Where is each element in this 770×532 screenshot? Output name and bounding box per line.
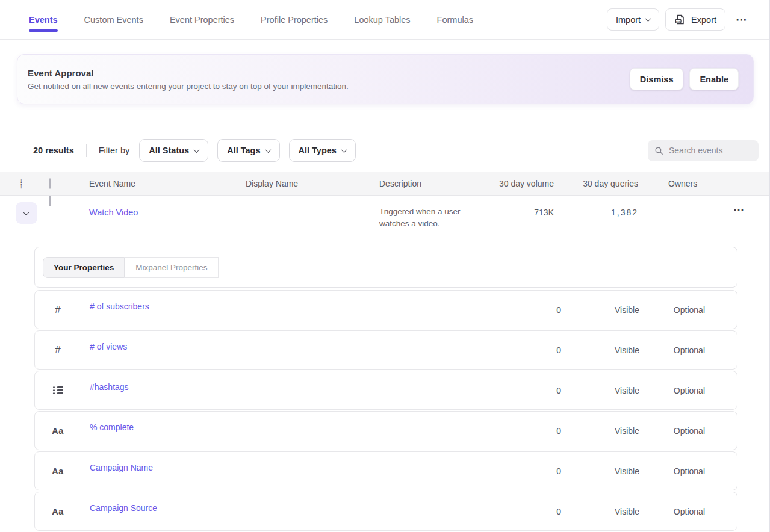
property-name-link[interactable]: # of subscribers xyxy=(65,302,149,311)
chevron-down-icon xyxy=(194,147,200,153)
property-values: 0 Visible Optional xyxy=(525,345,737,355)
collapse-all-icon[interactable]: ↓ ↑ xyxy=(19,178,23,189)
column-header-owners: Owners xyxy=(668,179,704,188)
property-visibility: Visible xyxy=(561,466,639,476)
property-name-link[interactable]: % complete xyxy=(65,422,134,432)
nav-tab[interactable]: Event Properties xyxy=(170,0,234,39)
property-name-link[interactable]: #hashtags xyxy=(65,382,129,392)
properties-tab[interactable]: Mixpanel Properties xyxy=(125,257,218,278)
column-header-30-day-volume: 30 day volume xyxy=(494,179,554,188)
property-row: Campaign Name 0 Visible Optional xyxy=(34,451,737,490)
event-approval-banner: Event Approval Get notified on all new e… xyxy=(17,54,754,104)
property-requirement: Optional xyxy=(639,466,705,476)
search-box[interactable] xyxy=(648,140,759,161)
property-type-icon xyxy=(51,389,65,391)
property-requirement: Optional xyxy=(639,305,705,315)
event-description: Triggered when a user watches a video. xyxy=(379,206,476,230)
search-icon xyxy=(654,146,664,156)
property-count: 0 xyxy=(525,426,561,436)
event-30-day-volume: 713K xyxy=(494,208,554,217)
search-input[interactable] xyxy=(669,146,747,155)
chevron-down-icon xyxy=(265,147,271,153)
nav-tab[interactable]: Lookup Tables xyxy=(354,0,410,39)
chevron-down-icon xyxy=(23,209,29,215)
filter-by-label: Filter by xyxy=(99,146,130,155)
divider xyxy=(86,144,87,157)
lexicon-page: Events Custom Events Event Properties Pr… xyxy=(0,0,770,532)
property-type-icon xyxy=(51,344,65,356)
property-count: 0 xyxy=(525,345,561,355)
nav-tab[interactable]: Events xyxy=(29,0,58,39)
property-count: 0 xyxy=(525,305,561,315)
chevron-down-icon xyxy=(341,147,347,153)
property-name-link[interactable]: # of views xyxy=(65,342,127,351)
property-type-icon xyxy=(51,507,65,516)
filter-dropdown[interactable]: All Tags xyxy=(217,139,279,162)
select-all-checkbox[interactable] xyxy=(49,178,51,189)
csv-file-icon: csv xyxy=(674,14,686,25)
banner-description: Get notified on all new events entering … xyxy=(28,82,349,91)
property-requirement: Optional xyxy=(639,426,705,436)
property-row: % complete 0 Visible Optional xyxy=(34,411,737,450)
banner-text: Event Approval Get notified on all new e… xyxy=(28,68,349,91)
arrow-up-icon: ↑ xyxy=(19,184,23,189)
nav-actions: Import csv Export ⋯ xyxy=(607,0,752,39)
enable-button[interactable]: Enable xyxy=(689,68,739,90)
event-30-day-queries: 1,382 xyxy=(554,208,638,217)
property-requirement: Optional xyxy=(639,386,705,395)
property-values: 0 Visible Optional xyxy=(525,426,737,436)
property-visibility: Visible xyxy=(561,305,639,315)
filter-dropdown-label: All Status xyxy=(149,146,189,155)
filter-dropdown[interactable]: All Types xyxy=(289,139,356,162)
column-header-event-name: Event Name xyxy=(89,179,246,188)
properties-tabs-card: Your Properties Mixpanel Properties xyxy=(34,247,737,288)
property-values: 0 Visible Optional xyxy=(525,386,737,395)
filter-dropdown-label: All Tags xyxy=(227,146,260,155)
dismiss-button[interactable]: Dismiss xyxy=(630,68,684,90)
row-checkbox[interactable] xyxy=(49,196,51,206)
nav-tab[interactable]: Profile Properties xyxy=(261,0,328,39)
expand-row-button[interactable] xyxy=(16,202,37,224)
property-visibility: Visible xyxy=(561,426,639,436)
property-values: 0 Visible Optional xyxy=(525,305,737,315)
column-header-30-day-queries: 30 day queries xyxy=(554,179,638,188)
property-requirement: Optional xyxy=(639,345,705,355)
more-options-icon[interactable]: ⋯ xyxy=(731,8,752,31)
filter-bar: 20 results Filter by All Status All Tags… xyxy=(33,139,759,162)
import-button-label: Import xyxy=(616,15,641,25)
import-button[interactable]: Import xyxy=(607,8,659,31)
properties-tab-switcher: Your Properties Mixpanel Properties xyxy=(43,257,219,278)
banner-title: Event Approval xyxy=(28,68,349,78)
events-table-header: ↓ ↑ Event Name Display Name Description … xyxy=(0,172,770,196)
property-values: 0 Visible Optional xyxy=(525,507,737,516)
column-header-display-name: Display Name xyxy=(246,179,379,188)
property-type-icon xyxy=(51,304,65,316)
filter-dropdowns: All Status All Tags All Types xyxy=(139,139,356,162)
property-row: #hashtags 0 Visible Optional xyxy=(34,371,737,410)
property-type-icon xyxy=(51,466,65,476)
properties-tab[interactable]: Your Properties xyxy=(43,257,125,278)
property-name-link[interactable]: Campaign Source xyxy=(65,503,157,513)
property-count: 0 xyxy=(525,466,561,476)
property-values: 0 Visible Optional xyxy=(525,466,737,476)
nav-tab[interactable]: Custom Events xyxy=(84,0,143,39)
property-count: 0 xyxy=(525,507,561,516)
top-navigation: Events Custom Events Event Properties Pr… xyxy=(0,0,770,40)
event-name-link[interactable]: Watch Video xyxy=(89,208,138,217)
event-table-row: Watch Video Triggered when a user watche… xyxy=(0,196,770,247)
column-header-description: Description xyxy=(379,179,494,188)
row-more-options-icon[interactable]: ⋯ xyxy=(733,203,745,217)
filter-dropdown-label: All Types xyxy=(299,146,337,155)
property-count: 0 xyxy=(525,386,561,395)
property-name-link[interactable]: Campaign Name xyxy=(65,463,153,472)
nav-tab[interactable]: Formulas xyxy=(437,0,473,39)
export-button-label: Export xyxy=(691,15,716,25)
results-count: 20 results xyxy=(33,146,74,155)
properties-panel: Your Properties Mixpanel Properties # of… xyxy=(34,247,737,532)
nav-tabs: Events Custom Events Event Properties Pr… xyxy=(29,0,473,39)
filter-dropdown[interactable]: All Status xyxy=(139,139,208,162)
export-button[interactable]: csv Export xyxy=(665,8,725,31)
chevron-down-icon xyxy=(645,16,651,22)
svg-text:csv: csv xyxy=(676,20,681,23)
property-visibility: Visible xyxy=(561,386,639,395)
